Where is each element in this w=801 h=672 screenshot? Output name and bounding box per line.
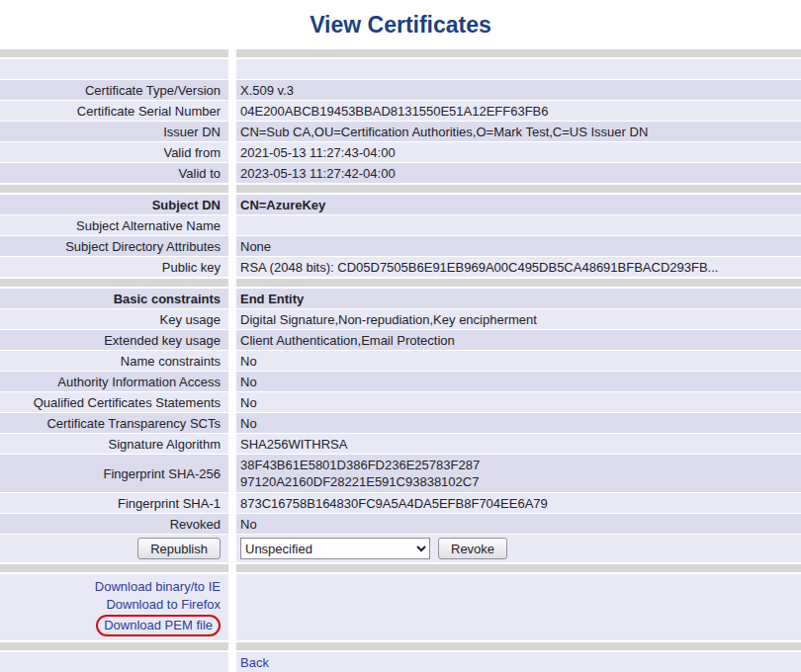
basic-constraints-label: Basic constraints bbox=[0, 289, 228, 308]
separator-segment bbox=[0, 564, 228, 572]
column-gap bbox=[228, 372, 236, 391]
column-gap bbox=[228, 413, 236, 433]
subject-directory-attributes-value: None bbox=[236, 236, 801, 256]
column-gap bbox=[228, 434, 236, 454]
separator-segment bbox=[236, 185, 801, 193]
column-gap bbox=[228, 59, 236, 79]
certificate-transparency-scts-value: No bbox=[236, 413, 801, 433]
revoked-label: Revoked bbox=[0, 514, 228, 534]
extended-key-usage-label: Extended key usage bbox=[0, 330, 228, 350]
row-extended-key-usage: Extended key usage Client Authentication… bbox=[0, 330, 801, 350]
valid-to-label: Valid to bbox=[0, 163, 228, 183]
revoke-cell: Unspecified Revoke bbox=[236, 535, 801, 562]
row-fingerprint-sha-256: Fingerprint SHA-256 38F43B61E5801D386FD2… bbox=[0, 455, 801, 492]
revoke-button[interactable]: Revoke bbox=[438, 538, 507, 559]
column-gap bbox=[228, 309, 236, 329]
certificate-type-version-value: X.509 v.3 bbox=[236, 80, 801, 100]
certificate-type-version-label: Certificate Type/Version bbox=[0, 80, 228, 100]
row-public-key: Public key RSA (2048 bits): CD05D7505B6E… bbox=[0, 257, 801, 277]
row-fingerprint-sha-1: Fingerprint SHA-1 873C16758B164830FC9A5A… bbox=[0, 493, 801, 513]
column-gap bbox=[228, 351, 236, 371]
fingerprint-sha-1-value: 873C16758B164830FC9A5A4DA5EFB8F704EE6A79 bbox=[236, 493, 801, 513]
blank-header-value bbox=[236, 59, 801, 79]
separator-segment bbox=[236, 642, 801, 650]
separator-details bbox=[0, 279, 801, 287]
subject-alternative-name-label: Subject Alternative Name bbox=[0, 215, 228, 235]
subject-dn-value: CN=AzureKey bbox=[236, 195, 801, 214]
row-blank-header bbox=[0, 59, 801, 79]
column-gap bbox=[228, 215, 236, 235]
name-constraints-label: Name constraints bbox=[0, 351, 228, 371]
view-certificates-page: View Certificates Certificate Type/Versi… bbox=[0, 0, 801, 672]
separator-top bbox=[0, 49, 801, 57]
separator-footer bbox=[0, 642, 801, 650]
column-gap bbox=[228, 330, 236, 350]
republish-button[interactable]: Republish bbox=[137, 538, 221, 559]
issuer-dn-label: Issuer DN bbox=[0, 122, 228, 141]
qualified-certificates-statements-value: No bbox=[236, 392, 801, 412]
separator-segment bbox=[0, 49, 228, 57]
column-gap bbox=[228, 122, 236, 141]
separator-segment bbox=[0, 279, 228, 287]
column-gap bbox=[228, 279, 236, 287]
column-gap bbox=[228, 101, 236, 121]
separator-downloads bbox=[0, 564, 801, 572]
valid-to-value: 2023-05-13 11:27:42-04:00 bbox=[236, 163, 801, 183]
download-firefox-link[interactable]: Download to Firefox bbox=[106, 596, 221, 614]
column-gap bbox=[228, 142, 236, 162]
authority-information-access-value: No bbox=[236, 372, 801, 391]
row-name-constraints: Name constraints No bbox=[0, 351, 801, 371]
column-gap bbox=[228, 163, 236, 183]
column-gap bbox=[228, 257, 236, 277]
public-key-value: RSA (2048 bits): CD05D7505B6E91EB969A00C… bbox=[236, 257, 801, 277]
row-actions: Republish Unspecified Revoke bbox=[0, 535, 801, 562]
authority-information-access-label: Authority Information Access bbox=[0, 372, 228, 391]
certificate-serial-number-value: 04E200ABCB19453BBAD8131550E51A12EFF63FB6 bbox=[236, 101, 801, 121]
row-back: Back bbox=[0, 652, 801, 672]
row-key-usage: Key usage Digital Signature,Non-repudiat… bbox=[0, 309, 801, 329]
row-revoked: Revoked No bbox=[0, 514, 801, 534]
separator-segment bbox=[236, 564, 801, 572]
row-certificate-type-version: Certificate Type/Version X.509 v.3 bbox=[0, 80, 801, 100]
download-pem-link[interactable]: Download PEM file bbox=[104, 618, 213, 632]
name-constraints-value: No bbox=[236, 351, 801, 371]
row-subject-alternative-name: Subject Alternative Name bbox=[0, 215, 801, 235]
column-gap bbox=[228, 652, 236, 672]
column-gap bbox=[228, 49, 236, 57]
column-gap bbox=[228, 535, 236, 562]
row-valid-to: Valid to 2023-05-13 11:27:42-04:00 bbox=[0, 163, 801, 183]
red-circle-annotation: Download PEM file bbox=[96, 615, 221, 636]
column-gap bbox=[228, 392, 236, 412]
row-basic-constraints: Basic constraints End Entity bbox=[0, 289, 801, 308]
column-gap bbox=[228, 289, 236, 308]
column-gap bbox=[228, 493, 236, 513]
column-gap bbox=[228, 80, 236, 100]
column-gap bbox=[228, 185, 236, 193]
basic-constraints-value: End Entity bbox=[236, 289, 801, 308]
revocation-reason-select[interactable]: Unspecified bbox=[240, 538, 430, 559]
row-valid-from: Valid from 2021-05-13 11:27:43-04:00 bbox=[0, 142, 801, 162]
fingerprint-sha-256-value: 38F43B61E5801D386FD236E25783F287 97120A2… bbox=[236, 455, 801, 492]
row-signature-algorithm: Signature Algorithm SHA256WITHRSA bbox=[0, 434, 801, 454]
back-empty-cell bbox=[0, 652, 228, 672]
column-gap bbox=[228, 642, 236, 650]
valid-from-label: Valid from bbox=[0, 142, 228, 162]
separator-segment bbox=[236, 49, 801, 57]
public-key-label: Public key bbox=[0, 257, 228, 277]
row-downloads: Download binary/to IE Download to Firefo… bbox=[0, 574, 801, 640]
valid-from-value: 2021-05-13 11:27:43-04:00 bbox=[236, 142, 801, 162]
row-certificate-serial-number: Certificate Serial Number 04E200ABCB1945… bbox=[0, 101, 801, 121]
key-usage-value: Digital Signature,Non-repudiation,Key en… bbox=[236, 309, 801, 329]
certificate-transparency-scts-label: Certificate Transparency SCTs bbox=[0, 413, 228, 433]
subject-alternative-name-value bbox=[236, 215, 801, 235]
back-link[interactable]: Back bbox=[240, 655, 269, 670]
download-binary-ie-link[interactable]: Download binary/to IE bbox=[95, 578, 221, 596]
republish-cell: Republish bbox=[0, 535, 228, 562]
row-subject-directory-attributes: Subject Directory Attributes None bbox=[0, 236, 801, 256]
row-certificate-transparency-scts: Certificate Transparency SCTs No bbox=[0, 413, 801, 433]
column-gap bbox=[228, 195, 236, 214]
fingerprint-sha-256-label: Fingerprint SHA-256 bbox=[0, 455, 228, 492]
separator-subject bbox=[0, 185, 801, 193]
row-qualified-certificates-statements: Qualified Certificates Statements No bbox=[0, 392, 801, 412]
extended-key-usage-value: Client Authentication,Email Protection bbox=[236, 330, 801, 350]
